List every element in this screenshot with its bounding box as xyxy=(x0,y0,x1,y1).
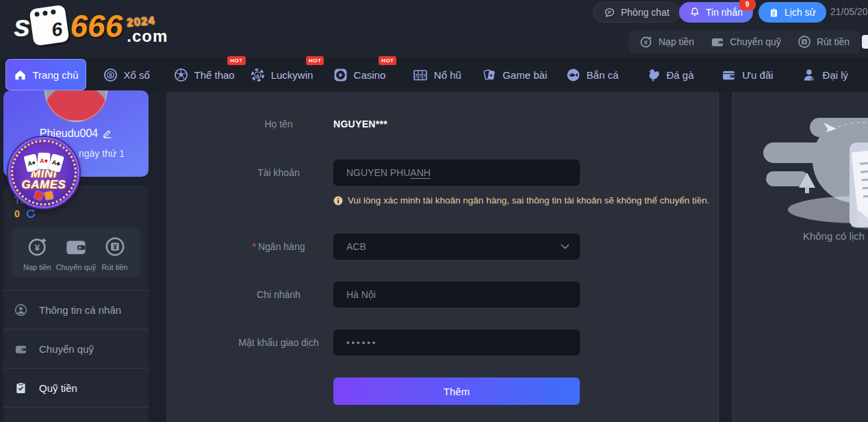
balance-value: 0 xyxy=(14,208,20,219)
messages-button[interactable]: Tin nhắn 9 xyxy=(679,2,753,23)
deposit-label: Nạp tiền xyxy=(659,36,694,47)
home-icon xyxy=(14,69,27,82)
transfer-button[interactable]: Chuyển quỹ xyxy=(711,35,781,49)
branch-input[interactable]: Hà Nội xyxy=(333,282,580,308)
transfer-label: Chuyển quỹ xyxy=(730,36,781,47)
edit-username-icon[interactable] xyxy=(103,129,112,138)
nav-label: LuckywinHOT xyxy=(271,69,314,81)
menu-item-personal-info[interactable]: Thông tin cá nhân xyxy=(3,290,149,329)
nav-label: Đá gà xyxy=(667,69,694,81)
dice-logo-icon: 6 xyxy=(29,5,70,47)
nav-item-sports[interactable]: Thể thaoHOT xyxy=(165,58,242,92)
bank-warning-text: Vui lòng xác minh tài khoản ngân hàng, s… xyxy=(348,195,710,206)
history-label: Lịch sử xyxy=(784,7,816,18)
chat-room-button[interactable]: Phòng chat xyxy=(593,2,680,23)
account-input[interactable]: NGUYEN PHU ANH xyxy=(333,160,580,186)
avatar[interactable] xyxy=(44,90,107,122)
hot-badge: HOT xyxy=(227,56,245,65)
sidebar-withdraw-label: Rút tiền xyxy=(102,263,128,271)
nav-item-fishing[interactable]: Bắn cá xyxy=(553,58,630,92)
nav-item-home[interactable]: Trang chủ xyxy=(5,59,86,90)
empty-state-illustration xyxy=(745,104,868,231)
svg-text:7: 7 xyxy=(423,73,426,79)
header: s 6 666 2024 .com Phòng chat Tin nhắn 9 xyxy=(0,0,868,58)
mini-dice-icon xyxy=(35,192,53,199)
menu-label: Thông tin cá nhân xyxy=(39,304,121,316)
svg-text:7: 7 xyxy=(419,73,422,79)
nav-item-agent[interactable]: ★ Đại lý xyxy=(787,58,864,92)
agent-person-icon: ★ xyxy=(802,68,817,82)
wallet-icon xyxy=(64,235,88,258)
refresh-balance-icon[interactable] xyxy=(25,208,36,219)
branch-label: Chi nhánh xyxy=(220,289,337,300)
content-area: Phieudu004 ngày thứ 1 A♠ A♥ A♣ MINI GAME… xyxy=(0,92,868,422)
nav-item-promotions[interactable]: Ưu đãi xyxy=(709,58,786,92)
mini-games-badge[interactable]: A♠ A♥ A♣ MINI GAMES xyxy=(8,137,79,208)
withdraw-label: Rút tiền xyxy=(817,36,850,47)
withdraw-button[interactable]: ¥ Rút tiền xyxy=(797,35,850,49)
soccer-ball-icon xyxy=(174,68,188,82)
nav-label: Game bài xyxy=(502,69,547,81)
nav-label: Đại lý xyxy=(823,69,849,81)
sidebar-deposit-label: Nạp tiền xyxy=(23,263,51,271)
person-icon xyxy=(14,303,27,316)
hot-badge: HOT xyxy=(306,56,324,65)
bank-select-value: ACB xyxy=(346,241,366,252)
sidebar-transfer-label: Chuyển quỹ xyxy=(56,263,97,271)
fish-icon xyxy=(566,68,580,82)
required-mark: * xyxy=(253,241,256,252)
bank-warning: Vui lòng xác minh tài khoản ngân hàng, s… xyxy=(333,195,710,206)
menu-item-funds[interactable]: Quỹ tiền xyxy=(3,368,149,407)
bell-icon xyxy=(689,7,700,18)
deposit-button[interactable]: ¥ Nạp tiền xyxy=(639,35,694,49)
nav-item-luckywin[interactable]: ♠ LuckywinHOT xyxy=(243,58,320,92)
logo-domain: .com xyxy=(127,29,168,44)
clipboard-check-icon xyxy=(14,382,27,395)
transaction-password-input[interactable]: •••••• xyxy=(333,330,580,356)
account-label: Tài khoản xyxy=(220,167,337,178)
wallet-icon xyxy=(14,343,27,356)
transaction-password-label: Mật khẩu giao dịch xyxy=(220,337,337,348)
mini-cards-icon: A♠ A♥ A♣ xyxy=(25,155,62,171)
sidebar-deposit-button[interactable]: ¥ Nạp tiền xyxy=(18,235,56,271)
bank-label: *Ngân hàng xyxy=(220,241,337,252)
clipped-edge-button[interactable] xyxy=(862,35,868,49)
sidebar-menu: Thông tin cá nhân Chuyển quỹ Quỹ tiền xyxy=(3,290,149,422)
header-date: 21/05/2024 xyxy=(830,6,868,17)
nav-item-casino[interactable]: CasinoHOT xyxy=(320,58,398,92)
lottery-ball-icon: 8 xyxy=(103,68,118,82)
nav-label: Xổ số xyxy=(124,69,150,81)
sidebar-withdraw-button[interactable]: ¥ Rút tiền xyxy=(96,235,133,271)
messages-label: Tin nhắn xyxy=(706,7,743,18)
logo-prefix: s xyxy=(14,4,30,48)
chevron-down-icon xyxy=(561,244,570,249)
nav-item-slots[interactable]: 777 Nổ hũ xyxy=(398,58,476,92)
nav-label: Thể thaoHOT xyxy=(194,69,235,81)
nav-item-lottery[interactable]: 8 Xổ số xyxy=(88,58,165,92)
bank-account-form: Họ tên NGUYEN*** Tài khoản NGUYEN PHU AN… xyxy=(166,92,719,422)
svg-text:★: ★ xyxy=(810,75,815,82)
info-icon xyxy=(333,196,343,206)
nav-label: Ưu đãi xyxy=(742,69,773,81)
svg-text:¥: ¥ xyxy=(112,243,117,251)
sidebar-transfer-button[interactable]: Chuyển quỹ xyxy=(56,235,96,271)
history-button[interactable]: Lịch sử xyxy=(758,2,826,23)
nav-label: Nổ hũ xyxy=(434,69,461,81)
wallet-action-bar: ¥ Nạp tiền Chuyển quỹ ¥ Rút tiền xyxy=(628,30,860,53)
nav-item-cards[interactable]: ♠ Game bài xyxy=(476,58,553,92)
svg-text:8: 8 xyxy=(109,71,112,78)
promo-wallet-icon xyxy=(722,68,736,82)
coin-deposit-icon: ¥ xyxy=(639,35,653,49)
bank-select[interactable]: ACB xyxy=(333,234,580,260)
messages-count-badge: 9 xyxy=(739,0,756,11)
withdraw-icon: ¥ xyxy=(103,235,127,258)
site-logo[interactable]: s 6 666 2024 .com xyxy=(14,4,168,48)
menu-item-win-loss-history[interactable]: Lịch sử thắng thua xyxy=(3,407,149,422)
nav-item-cockfight[interactable]: Đá gà xyxy=(631,58,709,92)
wallet-icon xyxy=(711,35,724,49)
menu-item-transfer[interactable]: Chuyển quỹ xyxy=(3,329,149,368)
svg-text:¥: ¥ xyxy=(644,39,648,46)
logo-year: 2024 xyxy=(126,14,155,30)
add-button[interactable]: Thêm xyxy=(333,377,580,405)
svg-text:¥: ¥ xyxy=(34,243,40,253)
